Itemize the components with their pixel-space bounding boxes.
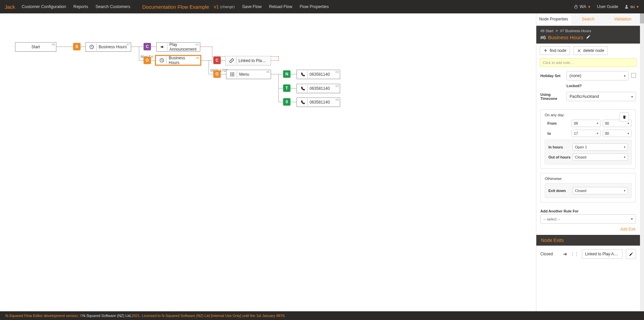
pencil-icon (586, 35, 591, 39)
locked-checkbox[interactable] (631, 73, 636, 78)
nav-search-customers[interactable]: Search Customers (96, 4, 130, 9)
rename-button[interactable] (586, 35, 591, 40)
node-menu[interactable]: #5 Menu (226, 70, 271, 79)
from-hour-select[interactable]: 08▾ (572, 120, 601, 127)
node-label: Play Announcement (169, 42, 197, 52)
footer-text-c: 2021. Licensed to N-Squared Software (NZ… (131, 314, 285, 318)
edit-exit-button[interactable] (626, 249, 636, 259)
node-terminate-1[interactable]: #2 063581140 (297, 70, 340, 79)
tab-validation[interactable]: Validation (605, 13, 640, 25)
node-label: 063581140 (310, 100, 330, 105)
nav-reload-flow[interactable]: Reload Flow (269, 4, 292, 9)
nav-wa-dropdown[interactable]: WA▼ (574, 4, 591, 9)
flow-title: Documentation Flow Example (142, 4, 209, 10)
sidebar-tabs: Node Properties Search Validation (536, 13, 640, 26)
add-exit-link[interactable]: Add Exit (620, 227, 635, 232)
link-icon (229, 57, 236, 64)
nav-user-menu[interactable]: su▼ (624, 4, 639, 9)
locked-label: Locked? (567, 84, 636, 88)
node-id: #4 (335, 98, 339, 102)
node-id: #3 (335, 84, 339, 88)
heading-name: Business Hours (548, 35, 583, 40)
holiday-select[interactable]: (none)▾ (567, 71, 629, 80)
addrule-label: Add Another Rule For (536, 206, 640, 214)
node-label: Business Hours (99, 45, 127, 49)
from-label: From (547, 121, 572, 125)
exitdown-label: Exit down (548, 189, 573, 193)
node-terminate-3[interactable]: #4 063581140 (297, 98, 340, 107)
exitdown-select[interactable]: Closed▾ (573, 187, 628, 194)
tab-node-properties[interactable]: Node Properties (536, 13, 571, 25)
timezone-select[interactable]: Pacific/Auckland▾ (567, 92, 636, 101)
arrow-icon: ➔ (563, 251, 567, 257)
outhours-select[interactable]: Closed▾ (573, 153, 628, 161)
delete-node-button[interactable]: delete node (573, 46, 608, 55)
move-icon (543, 49, 548, 53)
outhours-label: Out of hours (548, 155, 573, 159)
inhours-label: In hours (548, 145, 573, 149)
connector-s[interactable]: S (73, 43, 80, 50)
otherwise-label: Otherwise: (545, 177, 632, 181)
megaphone-icon (160, 43, 167, 51)
note-input[interactable]: Click to add note… (540, 58, 637, 67)
find-node-button[interactable]: find node (540, 46, 570, 55)
node-linked[interactable]: Linked to Play Annou… (225, 56, 271, 65)
scroll-thumb[interactable] (640, 13, 644, 23)
inhours-select[interactable]: Open 1▾ (573, 143, 628, 151)
grid-icon (230, 71, 237, 78)
scrollbar[interactable] (640, 13, 644, 311)
top-nav: Jack Customer Configuration Reports Sear… (0, 0, 644, 13)
flow-canvas[interactable]: Mon-Fri 0800-1700 S C O C O N T 0 #8 Sta… (0, 13, 536, 311)
node-start[interactable]: #8 Start (15, 42, 56, 52)
crumb-item[interactable]: #8 Start (540, 29, 553, 33)
node-label: Business Hours (169, 56, 197, 65)
user-icon (624, 4, 629, 9)
brand[interactable]: Jack (5, 4, 15, 10)
node-terminate-2[interactable]: #3 063581140 (297, 84, 340, 93)
exit-target[interactable]: Linked to Play Annou… (582, 249, 623, 259)
addrule-select[interactable]: -- select --▾ (540, 214, 636, 223)
node-id: #6 (196, 56, 199, 60)
nav-flow-properties[interactable]: Flow Properties (300, 4, 329, 9)
node-label: Menu (239, 72, 249, 77)
node-label: 063581140 (310, 86, 330, 91)
to-min-select[interactable]: 00▾ (603, 130, 632, 137)
node-exits-header: Node Exits (536, 235, 640, 246)
phone-icon (300, 85, 308, 92)
connector-c2[interactable]: C (213, 57, 221, 64)
node-id: #8 (52, 43, 55, 46)
node-play-announcement[interactable]: #1 Play Announcement (156, 42, 200, 52)
footer-text-a: N-Squared Flow Editor development versio… (5, 314, 83, 318)
tab-search[interactable]: Search (571, 13, 605, 25)
onanyday-label: On any day: (545, 113, 632, 117)
trash-icon (622, 115, 627, 119)
drag-handle-icon[interactable]: ⋮⋮ (571, 252, 579, 256)
to-hour-select[interactable]: 17▾ (572, 130, 601, 137)
connector-o2[interactable]: O (213, 70, 221, 78)
node-id: #2 (335, 70, 339, 74)
delete-rule-button[interactable] (620, 112, 629, 122)
nav-reports[interactable]: Reports (73, 4, 88, 9)
flow-version: v1 (214, 4, 219, 9)
crumb-item[interactable]: #7 Business Hours (560, 29, 591, 33)
phone-icon (300, 71, 308, 78)
clock-icon (89, 43, 97, 51)
node-business-hours-2[interactable]: #6 Business Hours (155, 55, 201, 66)
node-label: Linked to Play Annou… (238, 58, 267, 63)
connector-0[interactable]: 0 (283, 98, 290, 106)
connector-c1[interactable]: C (144, 43, 151, 50)
connector-t[interactable]: T (283, 84, 290, 92)
change-version-link[interactable]: (change) (220, 5, 234, 9)
nav-user-guide[interactable]: User Guide (597, 4, 618, 9)
nav-customer-config[interactable]: Customer Configuration (22, 4, 66, 9)
connector-o1[interactable]: O (144, 57, 151, 64)
timezone-label: Using Timezone (540, 92, 567, 101)
node-business-hours-1[interactable]: #7 Business Hours (86, 42, 131, 52)
nav-save-flow[interactable]: Save Flow (242, 4, 262, 9)
clock-icon (159, 57, 167, 64)
to-label: to (547, 131, 572, 135)
pencil-icon (629, 252, 633, 256)
node-label: Start (32, 45, 40, 49)
connector-n[interactable]: N (283, 70, 290, 78)
footer: N-Squared Flow Editor development versio… (0, 311, 644, 320)
